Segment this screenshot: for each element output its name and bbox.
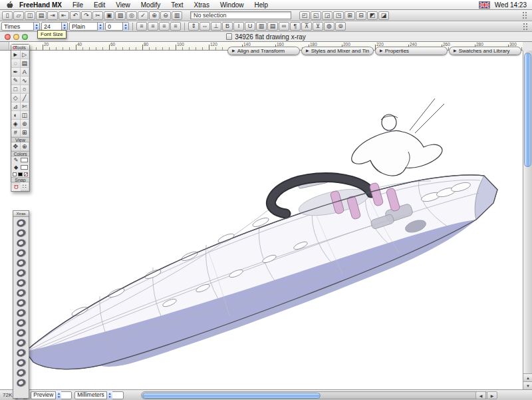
spiral-ring-icon[interactable] — [15, 338, 26, 348]
paragraph-icon[interactable]: ¶ — [290, 22, 301, 31]
undo-icon[interactable]: ↶ — [70, 11, 80, 20]
spiral-ring-icon[interactable] — [15, 298, 26, 308]
open-icon[interactable]: ▱ — [13, 11, 24, 20]
redo-icon[interactable]: ↷ — [81, 11, 92, 20]
align-left-icon[interactable]: ≡ — [136, 22, 147, 31]
uk-flag-icon[interactable] — [479, 1, 490, 9]
leading-stepper[interactable]: ▲▼ — [122, 23, 128, 31]
layers-panel-icon[interactable]: ◲ — [322, 11, 332, 20]
knife-tool[interactable]: ✄ — [21, 102, 30, 111]
black-swatch[interactable] — [18, 172, 22, 176]
stroke-color-well[interactable] — [21, 158, 28, 162]
disclosure-triangle-icon[interactable]: ▶ — [306, 47, 309, 55]
spiral-ring-icon[interactable] — [15, 218, 26, 228]
copy-icon[interactable]: ▣ — [104, 11, 114, 20]
leading-icon[interactable]: ⇕ — [188, 22, 199, 31]
line-tool[interactable]: ╱ — [21, 94, 30, 102]
toolbar-grip[interactable] — [522, 11, 527, 19]
spiral-ring-icon[interactable] — [15, 368, 26, 378]
spiral-tool[interactable]: ⊛ — [21, 120, 30, 128]
stepper-down-icon[interactable]: ▼ — [107, 395, 112, 399]
styles-panel-icon[interactable]: ◳ — [333, 11, 344, 20]
vertical-scroll-thumb[interactable] — [524, 53, 531, 167]
columns-icon[interactable]: ▥ — [256, 22, 267, 31]
menu-item[interactable]: Xtras — [189, 0, 215, 10]
bold-icon[interactable]: B — [222, 22, 233, 31]
cut-icon[interactable]: ✂ — [92, 11, 103, 20]
guides-icon[interactable]: ⊟ — [356, 11, 366, 20]
boat-artwork-group[interactable] — [25, 99, 497, 369]
stepper-down-icon[interactable]: ▼ — [62, 27, 67, 30]
spiral-ring-icon[interactable] — [15, 378, 26, 388]
font-style-stepper[interactable]: ▲▼ — [97, 23, 103, 31]
leading-combo[interactable]: 0 ▲▼ — [105, 22, 129, 31]
scroll-right-arrow[interactable]: ▶ — [487, 391, 497, 399]
preferences-icon[interactable]: ▥ — [172, 11, 182, 20]
extrude-tool[interactable]: ⊞ — [21, 128, 30, 137]
align-justify-icon[interactable]: ≡ — [170, 22, 181, 31]
snap-grid-icon[interactable]: ∷ — [21, 182, 30, 191]
italic-icon[interactable]: I — [233, 22, 244, 31]
document-panel-icon[interactable]: ◱ — [311, 11, 321, 20]
align-right-icon[interactable]: ≡ — [159, 22, 170, 31]
attach-to-path-icon[interactable]: ⊼ — [301, 22, 312, 31]
canvas[interactable] — [0, 51, 523, 389]
preview-mode-dropdown[interactable]: Preview ▲▼ — [31, 391, 72, 399]
panel-bar[interactable]: ▶ Properties — [375, 47, 448, 55]
tools-palette-title[interactable]: Tools — [11, 45, 29, 51]
mirror-tool[interactable]: ◫ — [21, 111, 30, 120]
zoom-out-icon[interactable]: ⊖ — [160, 11, 171, 20]
disclosure-triangle-icon[interactable]: ▶ — [380, 47, 383, 55]
rectangle-tool[interactable]: □ — [11, 85, 21, 94]
stepper-down-icon[interactable]: ▼ — [56, 395, 61, 399]
pointer-tool[interactable]: ► — [11, 51, 21, 59]
link-text-icon[interactable]: ∞ — [279, 22, 289, 31]
lock-icon[interactable]: ◪ — [378, 11, 389, 20]
apple-menu-icon[interactable] — [5, 1, 14, 9]
font-family-combo[interactable]: Times ▲▼ — [1, 22, 40, 31]
convert-case-icon[interactable]: ◍ — [324, 22, 334, 31]
white-swatch[interactable] — [13, 172, 17, 176]
new-document-icon[interactable]: ▯ — [2, 11, 13, 20]
rows-icon[interactable]: ▤ — [267, 22, 278, 31]
menu-clock[interactable]: Wed 14:23 — [495, 1, 527, 9]
disclosure-triangle-icon[interactable]: ▶ — [454, 47, 457, 55]
zoom-tool[interactable]: ⊕ — [21, 142, 30, 151]
scroll-up-arrow[interactable]: ▲ — [523, 373, 532, 381]
menu-item[interactable]: Text — [166, 0, 188, 10]
import-icon[interactable]: ⇥ — [47, 11, 58, 20]
text-editor-icon[interactable]: ⊚ — [335, 22, 346, 31]
pen-tool[interactable]: ✒ — [11, 68, 21, 77]
text-tool[interactable]: A — [21, 68, 30, 77]
toolbar-grip[interactable] — [523, 23, 528, 31]
page-tool[interactable]: ▤ — [21, 59, 30, 68]
lasso-tool[interactable]: ◌ — [11, 59, 21, 68]
baseline-shift-icon[interactable]: ⊥ — [211, 22, 221, 31]
snap-magnet-icon[interactable]: Ω — [11, 182, 21, 191]
kerning-icon[interactable]: ⇔ — [200, 22, 210, 31]
spelling-icon[interactable]: ✓ — [138, 11, 148, 20]
export-icon[interactable]: ⇤ — [59, 11, 69, 20]
align-center-icon[interactable]: ≡ — [148, 22, 158, 31]
font-style-combo[interactable]: Plain ▲▼ — [69, 22, 104, 31]
object-panel-icon[interactable]: ◰ — [299, 11, 310, 20]
underline-icon[interactable]: U — [245, 22, 255, 31]
horizontal-scrollbar[interactable] — [141, 391, 489, 399]
menu-item[interactable]: Window — [215, 0, 249, 10]
spiral-ring-icon[interactable] — [15, 318, 26, 328]
units-dropdown[interactable]: Millimeters ▲▼ — [74, 391, 124, 399]
spiral-ring-icon[interactable] — [15, 348, 26, 358]
grid-icon[interactable]: ⊞ — [344, 11, 355, 20]
spiral-ring-icon[interactable] — [15, 328, 26, 338]
snap-icon[interactable]: ◩ — [367, 11, 378, 20]
palette-close-icon[interactable] — [13, 46, 16, 49]
scroll-left-arrow[interactable]: ◀ — [475, 391, 486, 399]
menu-item[interactable]: View — [110, 0, 136, 10]
hand-tool[interactable]: ✥ — [11, 142, 21, 151]
fill-color-well[interactable] — [21, 165, 28, 170]
spiral-ring-icon[interactable] — [15, 248, 26, 258]
stepper-down-icon[interactable]: ▼ — [34, 27, 39, 30]
crop-tool[interactable]: # — [11, 128, 21, 137]
paste-icon[interactable]: ▨ — [115, 11, 126, 20]
horizontal-scroll-thumb[interactable] — [142, 393, 321, 399]
